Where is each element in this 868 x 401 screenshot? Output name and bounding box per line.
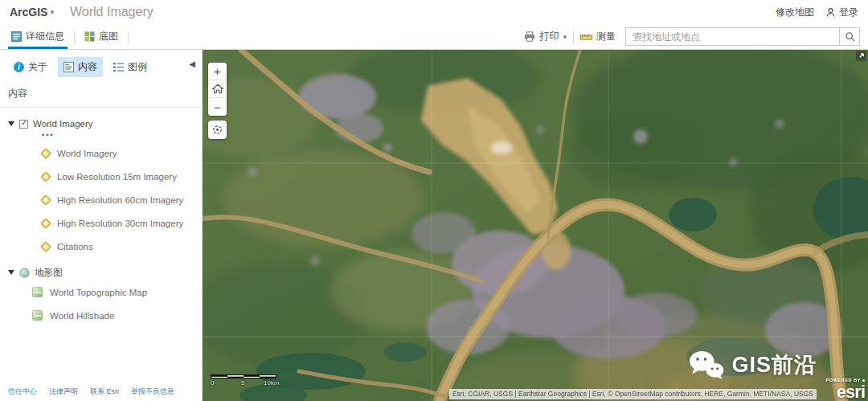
link-contact-esri[interactable]: 联系 Esri	[90, 387, 119, 397]
link-trust-center[interactable]: 信任中心	[8, 387, 37, 397]
search-icon	[845, 31, 855, 42]
sublayer-row[interactable]: High Resolution 60cm Imagery	[42, 188, 202, 211]
scale-bar: 0 5 10km	[211, 374, 276, 387]
link-report-abuse[interactable]: 举报不良信息	[131, 387, 174, 397]
scale-label-mid: 5	[241, 379, 244, 387]
esri-logo: POWERED BY esri	[825, 378, 865, 401]
layer-checkbox[interactable]: ✓	[19, 120, 28, 129]
zoom-controls: + −	[208, 63, 227, 116]
gis-frontier-watermark: GIS前沿	[688, 350, 817, 380]
arcgis-menu[interactable]: ArcGIS ▾	[10, 6, 54, 18]
tab-about-label: 关于	[28, 60, 47, 74]
person-icon	[825, 7, 836, 18]
map-thumb-icon	[32, 287, 43, 297]
expand-icon[interactable]	[856, 51, 866, 61]
diamond-layer-icon	[40, 194, 51, 205]
page-title: World Imagery	[70, 5, 154, 19]
details-icon	[11, 31, 22, 42]
map-attribution: Esri, CGIAR, USGS | Earthstar Geographic…	[449, 389, 817, 399]
sublayer-label: Citations	[57, 242, 93, 252]
map-thumb-icon	[32, 310, 43, 321]
arcgis-brand-label: ArcGIS	[10, 6, 47, 18]
wechat-icon	[688, 350, 725, 380]
divider	[74, 31, 75, 43]
layer-group-world-imagery[interactable]: ✓ World Imagery	[8, 116, 202, 132]
sublayer-label: High Resolution 30cm Imagery	[57, 219, 183, 228]
header-actions: 修改地图 登录	[776, 6, 858, 19]
divider	[128, 31, 129, 43]
measure-button[interactable]: 测量	[580, 30, 616, 43]
search-input[interactable]	[626, 28, 839, 45]
sign-in-label: 登录	[839, 6, 858, 19]
app-header: ArcGIS ▾ World Imagery 修改地图 登录	[0, 0, 868, 24]
scale-label-end: 10km	[264, 379, 280, 387]
arcgis-map-viewer: ArcGIS ▾ World Imagery 修改地图 登录 详细信息	[0, 0, 868, 401]
esri-wordmark: esri	[825, 383, 865, 401]
sublayer-label: World Topographic Map	[50, 288, 147, 297]
locate-icon	[211, 124, 223, 136]
sublayer-row[interactable]: High Resolution 30cm Imagery	[42, 211, 202, 235]
layer-group-label: 地形图	[35, 267, 63, 279]
sublayer-row[interactable]: Citations	[42, 235, 202, 258]
sublayer-label: World Hillshade	[50, 311, 114, 321]
search-submit-button[interactable]	[839, 28, 859, 45]
sign-in-button[interactable]: 登录	[825, 6, 858, 19]
map-toolbar: 详细信息 底图 打印 ▾ 测量	[0, 24, 868, 50]
link-legal[interactable]: 法律声明	[49, 387, 78, 397]
expand-triangle-icon[interactable]	[8, 121, 14, 126]
details-sidebar: i 关于 内容 图例 ◀ 内容 ✓ World Imager	[0, 50, 203, 401]
home-icon	[212, 84, 223, 94]
sublayer-label: Low Resolution 15m Imagery	[57, 172, 177, 182]
collapse-panel-arrow[interactable]: ◀	[189, 59, 195, 68]
locate-button[interactable]	[208, 121, 227, 139]
sublayer-row[interactable]: Low Resolution 15m Imagery	[42, 165, 202, 188]
print-button[interactable]: 打印 ▾	[524, 30, 567, 43]
legend-icon	[113, 62, 124, 72]
expand-triangle-icon[interactable]	[8, 270, 14, 275]
modify-map-button[interactable]: 修改地图	[776, 6, 814, 19]
scale-label-start: 0	[211, 379, 214, 387]
zoom-in-button[interactable]: +	[208, 63, 227, 80]
layer-group-topographic[interactable]: 地形图	[8, 264, 202, 280]
diamond-layer-icon	[40, 240, 51, 252]
measure-label: 测量	[596, 30, 616, 43]
sublayer-label: High Resolution 60cm Imagery	[57, 195, 183, 205]
tab-content[interactable]: 内容	[58, 57, 103, 77]
tab-details-label: 详细信息	[26, 30, 64, 43]
tab-legend-label: 图例	[128, 60, 147, 74]
sublayer-row[interactable]: World Hillshade	[32, 304, 202, 327]
tab-about[interactable]: i 关于	[8, 57, 53, 77]
diamond-layer-icon	[40, 170, 51, 182]
search-box	[625, 27, 860, 46]
watermark-label: GIS前沿	[731, 350, 817, 379]
tab-legend[interactable]: 图例	[108, 57, 153, 77]
tab-basemap-label: 底图	[99, 30, 118, 43]
sidebar-tabs: i 关于 内容 图例 ◀	[0, 50, 202, 82]
sublayer-row[interactable]: World Topographic Map	[32, 280, 202, 304]
satellite-imagery	[203, 50, 868, 401]
layer-tree: ✓ World Imagery ••• World Imagery Low Re…	[0, 108, 202, 327]
map-canvas[interactable]: + − 0 5 10km	[203, 50, 868, 401]
footer-links: 信任中心 法律声明 联系 Esri 举报不良信息	[8, 387, 174, 397]
globe-group-icon	[19, 268, 30, 278]
home-button[interactable]	[208, 80, 227, 98]
diamond-layer-icon	[40, 217, 51, 228]
toolbar-right: 打印 ▾ 测量	[524, 27, 860, 46]
print-label: 打印	[539, 30, 559, 43]
tab-basemap[interactable]: 底图	[81, 24, 121, 49]
info-icon: i	[14, 62, 24, 72]
panel-heading: 内容	[0, 82, 202, 108]
content-icon	[63, 62, 74, 72]
chevron-down-icon: ▾	[50, 8, 54, 16]
layer-options-ellipsis[interactable]: •••	[42, 132, 202, 140]
diamond-layer-icon	[40, 147, 51, 158]
measure-icon	[580, 32, 592, 42]
chevron-down-icon: ▾	[563, 33, 567, 41]
basemap-icon	[84, 31, 95, 42]
divider	[573, 31, 574, 43]
tab-details[interactable]: 详细信息	[8, 24, 68, 49]
layer-group-label: World Imagery	[33, 119, 93, 129]
sublayer-label: World Imagery	[57, 149, 117, 158]
zoom-out-button[interactable]: −	[208, 98, 227, 116]
sublayer-row[interactable]: World Imagery	[42, 141, 202, 165]
